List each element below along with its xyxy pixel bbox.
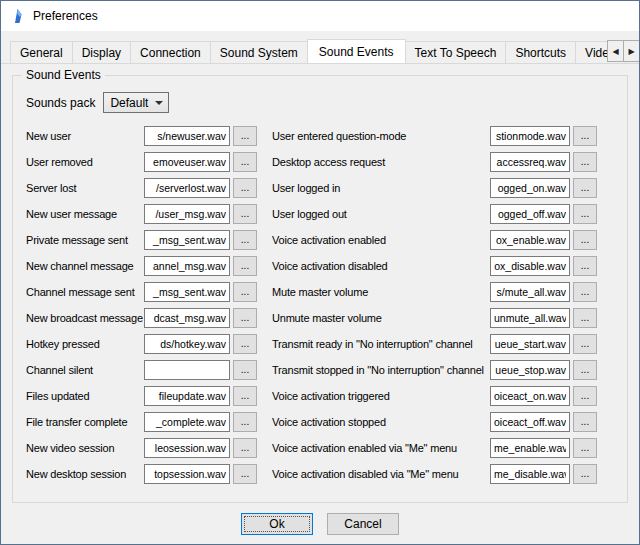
browse-button[interactable]: ...	[233, 178, 257, 198]
sound-file-input[interactable]	[490, 256, 570, 276]
tab-display[interactable]: Display	[72, 41, 131, 63]
sounds-pack-value: Default	[110, 96, 148, 110]
sound-file-input[interactable]	[144, 308, 230, 328]
sound-file-input[interactable]	[490, 178, 570, 198]
browse-button[interactable]: ...	[233, 256, 257, 276]
sound-file-input[interactable]	[144, 464, 230, 484]
sound-file-input[interactable]	[490, 282, 570, 302]
sound-file-input[interactable]	[490, 386, 570, 406]
browse-button[interactable]: ...	[233, 308, 257, 328]
browse-button[interactable]: ...	[573, 412, 597, 432]
browse-button[interactable]: ...	[573, 360, 597, 380]
browse-button[interactable]: ...	[233, 438, 257, 458]
sound-file-input[interactable]	[144, 438, 230, 458]
tab-sound-events[interactable]: Sound Events	[307, 39, 406, 64]
sound-file-input[interactable]	[490, 230, 570, 250]
sound-event-row: New desktop session ...	[26, 464, 272, 484]
sound-file-input[interactable]	[490, 126, 570, 146]
group-title: Sound Events	[22, 68, 105, 82]
browse-button[interactable]: ...	[573, 126, 597, 146]
sound-event-label: User logged in	[272, 182, 490, 194]
browse-button[interactable]: ...	[233, 386, 257, 406]
sound-event-label: Transmit ready in "No interruption" chan…	[272, 338, 490, 350]
browse-button[interactable]: ...	[573, 256, 597, 276]
sound-file-input[interactable]	[144, 178, 230, 198]
sound-event-row: Voice activation disabled via "Me" menu …	[272, 464, 614, 484]
sound-file-input[interactable]	[144, 360, 230, 380]
sound-file-input[interactable]	[490, 204, 570, 224]
browse-button[interactable]: ...	[573, 178, 597, 198]
browse-button[interactable]: ...	[233, 464, 257, 484]
browse-button[interactable]: ...	[233, 412, 257, 432]
events-column-right: User entered question-mode ... Desktop a…	[272, 126, 614, 490]
sound-event-label: Voice activation enabled via "Me" menu	[272, 442, 490, 454]
sound-event-label: User logged out	[272, 208, 490, 220]
sound-event-label: Channel silent	[26, 364, 144, 376]
sound-event-label: Hotkey pressed	[26, 338, 144, 350]
browse-button[interactable]: ...	[573, 282, 597, 302]
browse-button[interactable]: ...	[573, 204, 597, 224]
browse-button[interactable]: ...	[573, 230, 597, 250]
sound-file-input[interactable]	[144, 386, 230, 406]
sound-file-input[interactable]	[144, 412, 230, 432]
sound-event-row: User entered question-mode ...	[272, 126, 614, 146]
sound-event-row: New user message ...	[26, 204, 272, 224]
sound-event-row: Voice activation enabled via "Me" menu .…	[272, 438, 614, 458]
sound-file-input[interactable]	[144, 126, 230, 146]
browse-button[interactable]: ...	[233, 126, 257, 146]
sound-event-label: New user	[26, 130, 144, 142]
sound-file-input[interactable]	[144, 256, 230, 276]
sound-file-input[interactable]	[490, 360, 570, 380]
browse-button[interactable]: ...	[573, 438, 597, 458]
tab-general[interactable]: General	[10, 41, 73, 63]
tab-scroll-left-icon[interactable]: ◀	[607, 40, 624, 62]
tab-sound-system[interactable]: Sound System	[210, 41, 308, 63]
tab-label: Shortcuts	[515, 46, 566, 60]
browse-button[interactable]: ...	[573, 334, 597, 354]
cancel-button[interactable]: Cancel	[327, 513, 399, 535]
sound-file-input[interactable]	[490, 412, 570, 432]
browse-button[interactable]: ...	[233, 282, 257, 302]
tab-label: Sound System	[220, 46, 298, 60]
sound-event-row: Voice activation enabled ...	[272, 230, 614, 250]
browse-button[interactable]: ...	[573, 386, 597, 406]
sound-event-row: Files updated ...	[26, 386, 272, 406]
sound-event-label: Server lost	[26, 182, 144, 194]
browse-button[interactable]: ...	[233, 230, 257, 250]
browse-button[interactable]: ...	[573, 308, 597, 328]
sound-event-label: New video session	[26, 442, 144, 454]
browse-button[interactable]: ...	[233, 334, 257, 354]
tab-shortcuts[interactable]: Shortcuts	[505, 41, 576, 63]
tab-scroll-right-icon[interactable]: ▶	[623, 40, 640, 62]
sound-file-input[interactable]	[490, 152, 570, 172]
sounds-pack-dropdown[interactable]: Default	[103, 92, 169, 113]
sound-file-input[interactable]	[144, 230, 230, 250]
ok-button[interactable]: Ok	[241, 513, 313, 535]
sound-file-input[interactable]	[490, 334, 570, 354]
sound-file-input[interactable]	[144, 204, 230, 224]
sound-file-input[interactable]	[490, 438, 570, 458]
event-columns: New user ... User removed ... Server los…	[26, 126, 614, 490]
browse-button[interactable]: ...	[233, 360, 257, 380]
browse-button[interactable]: ...	[233, 152, 257, 172]
sound-event-row: New video session ...	[26, 438, 272, 458]
browse-button[interactable]: ...	[573, 464, 597, 484]
tab-connection[interactable]: Connection	[130, 41, 211, 63]
sound-events-group: Sound Events Sounds pack Default New use…	[12, 75, 628, 503]
sound-event-row: Channel message sent ...	[26, 282, 272, 302]
sound-event-row: Server lost ...	[26, 178, 272, 198]
browse-button[interactable]: ...	[233, 204, 257, 224]
sound-file-input[interactable]	[144, 334, 230, 354]
sound-event-label: Voice activation stopped	[272, 416, 490, 428]
sound-file-input[interactable]	[144, 282, 230, 302]
sound-event-row: Hotkey pressed ...	[26, 334, 272, 354]
sound-file-input[interactable]	[490, 308, 570, 328]
sound-file-input[interactable]	[144, 152, 230, 172]
sound-file-input[interactable]	[490, 464, 570, 484]
window-title: Preferences	[33, 9, 98, 23]
tab-text-to-speech[interactable]: Text To Speech	[405, 41, 507, 63]
tab-scroll-buttons: ◀ ▶	[607, 40, 640, 62]
browse-button[interactable]: ...	[573, 152, 597, 172]
dialog-footer: Ok Cancel	[1, 513, 639, 535]
sounds-pack-row: Sounds pack Default	[26, 92, 614, 113]
